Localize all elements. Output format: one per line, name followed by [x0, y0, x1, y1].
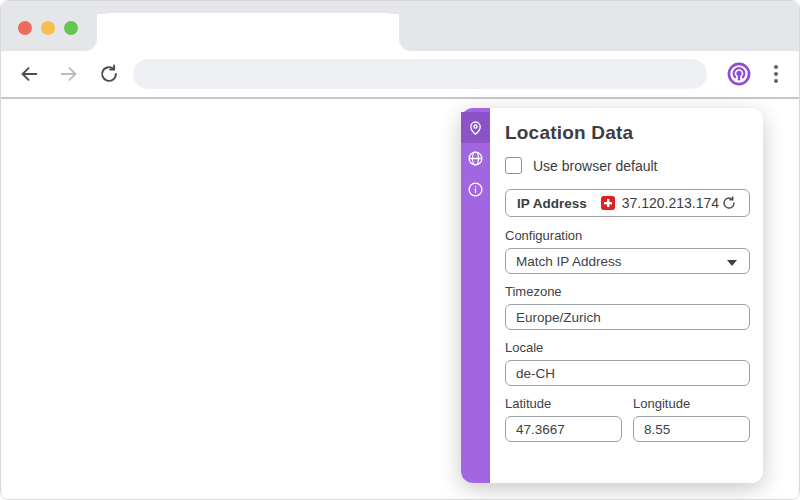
- ip-refresh-button[interactable]: [720, 194, 738, 212]
- configuration-dropdown[interactable]: Match IP Address: [505, 248, 750, 274]
- popup-sidebar: [461, 108, 490, 483]
- forward-arrow-icon: [58, 63, 80, 85]
- maximize-window-button[interactable]: [64, 21, 78, 35]
- ip-address-row[interactable]: IP Address 37.120.213.174: [505, 189, 750, 217]
- browser-tab[interactable]: [97, 13, 399, 51]
- close-window-button[interactable]: [18, 21, 32, 35]
- location-spoof-extension-icon: [726, 61, 752, 87]
- lat-lng-row: Latitude Longitude: [505, 386, 750, 442]
- configuration-label: Configuration: [505, 228, 750, 243]
- browser-window: Location Data Use browser default IP Add…: [0, 0, 800, 500]
- ip-address-label: IP Address: [517, 196, 587, 211]
- titlebar: [1, 1, 799, 51]
- configuration-selected-value: Match IP Address: [516, 254, 622, 269]
- swiss-flag-icon: [601, 196, 615, 210]
- timezone-label: Timezone: [505, 284, 750, 299]
- titlebar-right-section: [399, 1, 799, 51]
- use-browser-default-checkbox[interactable]: [505, 157, 522, 174]
- info-icon: [467, 181, 484, 198]
- popup-title: Location Data: [505, 122, 750, 144]
- forward-button[interactable]: [57, 62, 81, 86]
- longitude-label: Longitude: [633, 396, 750, 411]
- latitude-input[interactable]: [505, 416, 622, 442]
- location-pin-icon: [467, 119, 484, 136]
- window-controls: [18, 21, 78, 35]
- latitude-label: Latitude: [505, 396, 622, 411]
- locale-label: Locale: [505, 340, 750, 355]
- back-button[interactable]: [17, 62, 41, 86]
- browser-toolbar: [1, 51, 799, 99]
- page-content: Location Data Use browser default IP Add…: [1, 99, 799, 499]
- timezone-input[interactable]: [505, 304, 750, 330]
- locale-input[interactable]: [505, 360, 750, 386]
- reload-icon: [98, 63, 120, 85]
- extension-popup: Location Data Use browser default IP Add…: [461, 108, 763, 483]
- chevron-down-icon: [727, 260, 737, 266]
- minimize-window-button[interactable]: [41, 21, 55, 35]
- back-arrow-icon: [18, 63, 40, 85]
- popup-main-panel: Location Data Use browser default IP Add…: [490, 108, 763, 483]
- vytal-extension-icon[interactable]: [725, 60, 753, 88]
- longitude-input[interactable]: [633, 416, 750, 442]
- refresh-icon: [721, 195, 737, 211]
- globe-icon: [467, 150, 484, 167]
- sidebar-item-browser-data[interactable]: [461, 143, 490, 174]
- use-browser-default-label: Use browser default: [533, 158, 658, 174]
- reload-button[interactable]: [97, 62, 121, 86]
- address-bar-input[interactable]: [133, 59, 707, 89]
- sidebar-item-location[interactable]: [461, 112, 490, 143]
- browser-menu-button[interactable]: [767, 61, 785, 87]
- ip-address-value: 37.120.213.174: [622, 195, 719, 211]
- sidebar-item-info[interactable]: [461, 174, 490, 205]
- use-browser-default-checkbox-row[interactable]: Use browser default: [505, 157, 750, 174]
